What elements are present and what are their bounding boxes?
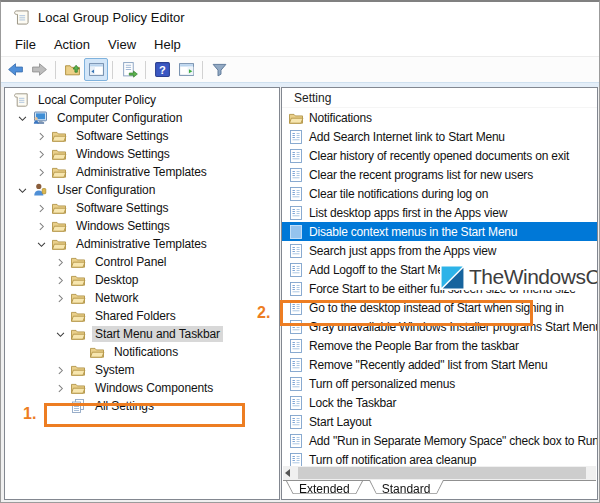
toolbar-separator	[112, 61, 113, 79]
menu-bar: FileActionViewHelp	[1, 32, 599, 56]
show-console-tree-button[interactable]	[84, 58, 108, 81]
tab-label: Standard	[382, 482, 431, 496]
folder-icon	[70, 290, 87, 306]
folder-icon	[51, 218, 68, 234]
tree-item-label: Computer Configuration	[54, 110, 185, 126]
policy-icon	[288, 148, 304, 164]
tree-item-start-menu-and-taskbar[interactable]: Start Menu and Taskbar	[5, 325, 279, 343]
chevron-down-icon[interactable]	[13, 182, 32, 198]
setting-row[interactable]: List desktop apps first in the Apps view	[282, 203, 597, 222]
chevron-right-icon[interactable]	[32, 218, 51, 234]
watermark: TheWindowsClub	[440, 264, 596, 290]
chevron-down-icon[interactable]	[51, 326, 70, 342]
setting-label: Notifications	[309, 111, 372, 125]
setting-label: Clear history of recently opened documen…	[309, 149, 569, 163]
chevron-right-icon[interactable]	[32, 128, 51, 144]
setting-row[interactable]: Clear tile notifications during log on	[282, 184, 597, 203]
setting-row[interactable]: Clear the recent programs list for new u…	[282, 165, 597, 184]
tree-item-label: Desktop	[92, 272, 141, 288]
chevron-right-icon[interactable]	[51, 380, 70, 396]
menu-file[interactable]: File	[6, 34, 45, 55]
setting-row[interactable]: Go to the desktop instead of Start when …	[282, 298, 597, 317]
filter-button[interactable]	[207, 58, 231, 81]
chevron-down-icon[interactable]	[13, 110, 32, 126]
tree-item-label: Start Menu and Taskbar	[92, 326, 223, 342]
menu-help[interactable]: Help	[145, 34, 190, 55]
parent-folder-button[interactable]	[60, 58, 84, 81]
tree-item-software-settings[interactable]: Software Settings	[5, 127, 279, 145]
forward-button[interactable]	[27, 58, 51, 81]
setting-row-selected[interactable]: Disable context menus in the Start Menu	[282, 222, 597, 241]
tree-item-administrative-templates[interactable]: Administrative Templates	[5, 235, 279, 253]
user-icon	[32, 182, 49, 198]
tree-item-desktop[interactable]: Desktop	[5, 271, 279, 289]
setting-label: Go to the desktop instead of Start when …	[309, 301, 564, 315]
setting-row[interactable]: Start Layout	[282, 412, 597, 431]
chevron-right-icon[interactable]	[32, 146, 51, 162]
setting-row[interactable]: Add "Run in Separate Memory Space" check…	[282, 431, 597, 450]
setting-row[interactable]: Add Search Internet link to Start Menu	[282, 127, 597, 146]
scroll-left-arrow-icon[interactable]	[285, 469, 290, 477]
tree-item-software-settings[interactable]: Software Settings	[5, 199, 279, 217]
setting-row[interactable]: Gray unavailable Windows Installer progr…	[282, 317, 597, 336]
setting-row[interactable]: Notifications	[282, 108, 597, 127]
tree-item-administrative-templates[interactable]: Administrative Templates	[5, 163, 279, 181]
arrow-right-icon	[31, 61, 48, 78]
console-tree-icon	[88, 61, 105, 78]
setting-row[interactable]: Remove the People Bar from the taskbar	[282, 336, 597, 355]
annotation-step-1: 1.	[23, 405, 36, 423]
setting-column-header[interactable]: Setting	[282, 88, 597, 108]
setting-label: Clear tile notifications during log on	[309, 187, 488, 201]
show-action-pane-button[interactable]	[174, 58, 198, 81]
setting-label: Add "Run in Separate Memory Space" check…	[309, 434, 597, 448]
setting-row[interactable]: Turn off notification area cleanup	[282, 450, 597, 466]
setting-row[interactable]: Lock the Taskbar	[282, 393, 597, 412]
scroll-icon	[13, 92, 30, 108]
local-group-policy-editor-window: Local Group Policy Editor FileActionView…	[0, 0, 600, 503]
tree-item-system[interactable]: System	[5, 361, 279, 379]
tree-item-network[interactable]: Network	[5, 289, 279, 307]
tree-item-shared-folders[interactable]: Shared Folders	[5, 307, 279, 325]
tree-item-notifications[interactable]: Notifications	[5, 343, 279, 361]
export-list-button[interactable]	[117, 58, 141, 81]
horizontal-scrollbar[interactable]	[283, 466, 596, 480]
menu-view[interactable]: View	[99, 34, 145, 55]
setting-row[interactable]: Turn off personalized menus	[282, 374, 597, 393]
tree-item-windows-settings[interactable]: Windows Settings	[5, 217, 279, 235]
help-button[interactable]: ?	[150, 58, 174, 81]
chevron-right-icon[interactable]	[51, 362, 70, 378]
chevron-right-icon[interactable]	[51, 290, 70, 306]
chevron-right-icon[interactable]	[32, 200, 51, 216]
tree-item-user-configuration[interactable]: User Configuration	[5, 181, 279, 199]
chevron-down-icon[interactable]	[32, 236, 51, 252]
menu-action[interactable]: Action	[45, 34, 99, 55]
tree-item-computer-configuration[interactable]: Computer Configuration	[5, 109, 279, 127]
folder-icon	[70, 272, 87, 288]
tree-item-windows-settings[interactable]: Windows Settings	[5, 145, 279, 163]
all-settings-icon	[70, 398, 87, 414]
gpedit-scroll-icon	[13, 9, 30, 26]
setting-row[interactable]: Clear history of recently opened documen…	[282, 146, 597, 165]
tree-item-windows-components[interactable]: Windows Components	[5, 379, 279, 397]
back-button[interactable]	[3, 58, 27, 81]
tree-item-control-panel[interactable]: Control Panel	[5, 253, 279, 271]
tab-standard[interactable]: Standard	[369, 481, 444, 498]
setting-label: Add Search Internet link to Start Menu	[309, 130, 505, 144]
scrollbar-thumb[interactable]	[298, 467, 586, 479]
settings-pane: Setting NotificationsAdd Search Internet…	[281, 87, 598, 500]
thewindowsclub-logo-icon	[440, 265, 465, 290]
tree-item-local-computer-policy[interactable]: Local Computer Policy	[5, 91, 279, 109]
tree-item-all-settings[interactable]: All Settings	[5, 397, 279, 415]
chevron-right-icon[interactable]	[51, 254, 70, 270]
chevron-right-icon[interactable]	[32, 164, 51, 180]
folder-icon	[70, 326, 87, 342]
setting-label: Lock the Taskbar	[309, 396, 396, 410]
setting-row[interactable]: Remove "Recently added" list from Start …	[282, 355, 597, 374]
policy-icon	[288, 205, 304, 221]
chevron-right-icon[interactable]	[51, 272, 70, 288]
setting-row[interactable]: Search just apps from the Apps view	[282, 241, 597, 260]
watermark-text: TheWindowsClub	[469, 265, 598, 289]
policy-icon	[288, 281, 304, 297]
tab-extended[interactable]: Extended	[286, 481, 363, 498]
folder-icon	[51, 146, 68, 162]
